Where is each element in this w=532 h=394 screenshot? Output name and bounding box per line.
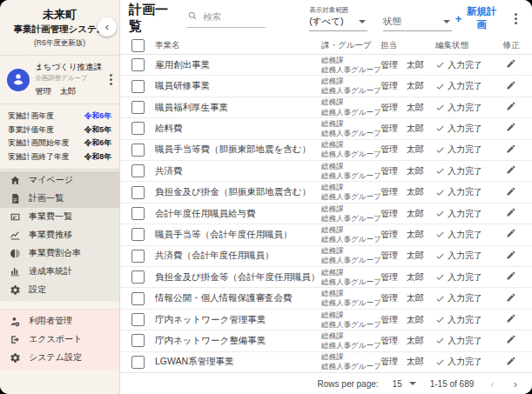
table-row[interactable]: 雇用創出事業 総務課 総務人事グループ 管理 太郎 入力完了 [120,55,532,76]
sidebar-admin-item[interactable]: エクスポート [0,331,119,349]
header-kebab-icon[interactable] [512,10,520,27]
table-row[interactable]: 負担金及び掛金等（会計年度任用職員） 総務課 総務人事グループ 管理 太郎 入力… [120,267,532,288]
edit-button[interactable] [504,142,518,158]
rows-per-page-select[interactable]: 15 [393,379,416,389]
group-name: 総務人事グループ [321,320,380,330]
row-checkbox[interactable] [131,334,145,347]
section-group-cell: 総務課 総務人事グループ [318,204,380,224]
status-label: 入力完了 [448,229,482,241]
sidebar-menu-item[interactable]: 事業費推移 [0,226,119,244]
app-subtitle: (R6年度更新版) [3,38,116,49]
search-input[interactable] [201,10,266,23]
chevron-down-icon [359,20,366,23]
owner-name: 管理 太郎 [380,144,435,156]
edit-button[interactable] [504,248,518,264]
status-select[interactable]: 状態 [383,6,452,31]
sidebar: 未来町 事業計画管理システム (R6年度更新版) まちづくり推進課 企画調整グル… [0,0,120,394]
select-all-checkbox[interactable] [131,39,145,52]
table-row[interactable]: 庁内ネットワーク整備事業 総務課 総務人事グループ 管理 太郎 入力完了 [120,331,532,351]
sidebar-spacer [0,370,119,394]
user-menu-kebab-icon[interactable] [107,71,115,88]
app-window: 未来町 事業計画管理システム (R6年度更新版) まちづくり推進課 企画調整グル… [0,0,532,394]
table-row[interactable]: 給料費 総務課 総務人事グループ 管理 太郎 入力完了 [120,118,532,139]
edit-button[interactable] [504,99,518,116]
sidebar-item-label: マイページ [29,174,73,186]
edit-button[interactable] [504,184,518,201]
row-checkbox[interactable] [131,356,145,369]
sidebar-menu-item[interactable]: 達成率統計 [0,263,119,281]
edit-button[interactable] [504,163,518,179]
scope-select-value: (すべて) [309,16,343,28]
status-label: 入力完了 [448,250,482,262]
edit-button[interactable] [504,269,518,285]
sidebar-menu-item[interactable]: 事業費一覧 [0,208,119,226]
row-checkbox[interactable] [131,80,145,93]
sidebar-item-label: 計画一覧 [29,192,64,204]
sidebar-admin-menu: 利用者管理 エクスポート システム設定 [0,309,119,370]
sidebar-menu-item[interactable]: 設定 [0,281,119,299]
edit-button[interactable] [504,205,518,222]
group-name: 総務人事グループ [321,341,380,351]
sidebar-admin-item[interactable]: 利用者管理 [0,312,119,331]
row-checkbox[interactable] [131,58,145,71]
row-checkbox[interactable] [131,186,145,199]
table-row[interactable]: 情報公開・個人情報保護審査会費 総務課 総務人事グループ 管理 太郎 入力完了 [120,288,532,309]
pencil-icon [506,122,516,135]
sidebar-menu-item[interactable]: マイページ [0,171,119,190]
status-select-label [383,6,452,15]
table-row[interactable]: 共済費 総務課 総務人事グループ 管理 太郎 入力完了 [120,161,532,182]
edit-button[interactable] [504,57,518,73]
row-checkbox[interactable] [131,101,145,114]
row-checkbox[interactable] [131,228,145,241]
row-checkbox[interactable] [131,270,145,284]
sidebar-menu-item[interactable]: 事業費割合率 [0,244,119,263]
sidebar-menu-item[interactable]: 計画一覧 [0,190,119,208]
person-icon [10,70,27,90]
edit-button[interactable] [504,78,518,95]
edit-button[interactable] [504,226,518,243]
section-name: 総務課 [321,289,380,298]
next-page-button[interactable]: › [511,378,520,390]
owner-name: 管理 太郎 [380,271,435,284]
check-icon [435,60,445,70]
edit-button[interactable] [504,311,518,328]
pencil-icon [506,164,516,177]
status-cell: 入力完了 [435,80,490,92]
row-checkbox[interactable] [131,122,145,135]
scope-select[interactable]: 表示対象範囲 (すべて) [309,6,367,31]
section-group-cell: 総務課 総務人事グループ [318,140,380,159]
edit-button[interactable] [504,120,518,137]
row-checkbox[interactable] [131,313,145,326]
table-row[interactable]: 職員福利厚生事業 総務課 総務人事グループ 管理 太郎 入力完了 [120,97,532,118]
row-checkbox[interactable] [131,207,145,220]
prev-page-button[interactable]: ‹ [488,378,496,390]
table-row[interactable]: 共済費（会計年度任用職員） 総務課 総務人事グループ 管理 太郎 入力完了 [120,246,532,267]
table-row[interactable]: 負担金及び掛金（胆振東部地震含む） 総務課 総務人事グループ 管理 太郎 入力完… [120,182,532,203]
main-panel: 計画一覧 表示対象範囲 (すべて) 状態 + [120,0,532,394]
pencil-icon [506,334,516,347]
table-row[interactable]: LGWAN系管理事業 総務課 総務人事グループ 管理 太郎 入力完了 [120,352,532,372]
row-checkbox[interactable] [131,144,145,157]
status-label: 入力完了 [448,271,482,284]
edit-button[interactable] [504,290,518,307]
collapse-sidebar-button[interactable]: ‹ [98,17,117,37]
new-plan-button[interactable]: + 新規計画 [452,3,502,33]
sidebar-admin-item[interactable]: システム設定 [0,349,119,367]
edit-button[interactable] [504,332,518,349]
project-name: 職員手当等費（胆振東部地震を含む） [155,144,318,156]
fiscal-year-row: 実施計画開始年度 令和6年 [8,138,111,149]
table-header-row: 事業名 課・グループ 担当 編集状態 修正 [120,37,532,55]
table-row[interactable]: 会計年度任用職員給与費 総務課 総務人事グループ 管理 太郎 入力完了 [120,204,532,224]
table-row[interactable]: 職員手当等（会計年度任用職員） 総務課 総務人事グループ 管理 太郎 入力完了 [120,224,532,245]
row-checkbox[interactable] [131,164,145,177]
edit-button[interactable] [504,354,518,371]
table-row[interactable]: 庁内ネットワーク管理事業 総務課 総務人事グループ 管理 太郎 入力完了 [120,310,532,331]
row-checkbox[interactable] [131,292,145,305]
status-label: 入力完了 [448,356,482,368]
fiscal-year-value: 令和5年 [84,125,111,136]
table-row[interactable]: 職員研修事業 総務課 総務人事グループ 管理 太郎 入力完了 [120,76,532,97]
table-row[interactable]: 職員手当等費（胆振東部地震を含む） 総務課 総務人事グループ 管理 太郎 入力完… [120,140,532,161]
row-checkbox[interactable] [131,250,145,263]
group-name: 総務人事グループ [321,150,380,159]
status-cell: 入力完了 [435,229,490,241]
